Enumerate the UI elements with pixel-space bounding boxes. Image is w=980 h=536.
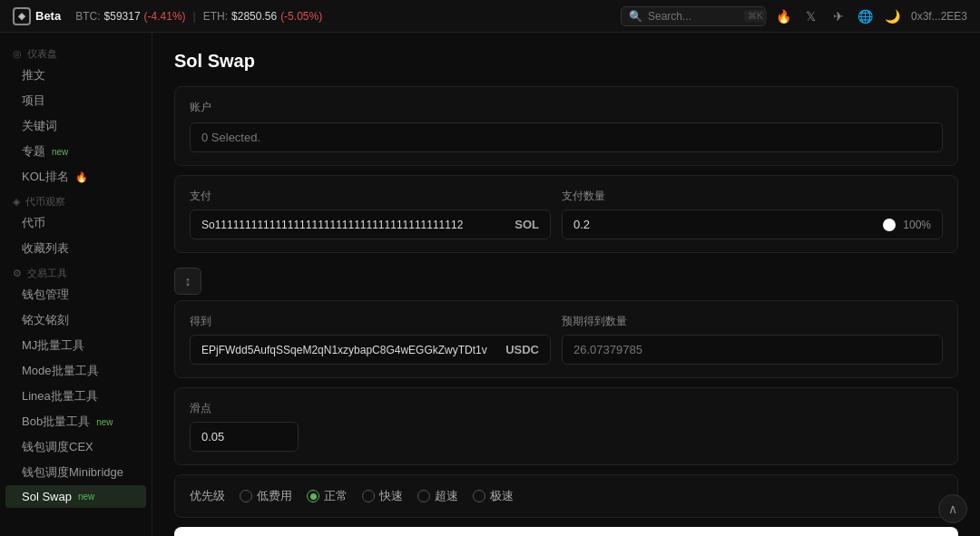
sidebar-item-wallet-mgmt[interactable]: 钱包管理 (0, 282, 152, 307)
section-tools-label: 交易工具 (27, 267, 67, 280)
search-shortcut: ⌘K (744, 10, 767, 22)
amount-input[interactable] (573, 218, 619, 231)
slider-container: 100% (626, 219, 931, 231)
receive-section: 得到 USDC (190, 314, 551, 365)
projects-label: 项目 (22, 93, 45, 109)
btc-price: BTC: $59317 (-4.41%) (75, 10, 185, 23)
tweets-label: 推文 (22, 67, 45, 83)
sidebar-section-dashboard: ◎ 仪表盘 (0, 42, 152, 63)
sidebar-item-keywords[interactable]: 关键词 (0, 113, 152, 139)
twitter-icon[interactable]: 𝕏 (802, 7, 820, 25)
tools-icon: ⚙ (13, 268, 22, 279)
receive-address-input[interactable] (201, 344, 498, 356)
priority-row: 优先级 低费用 正常 快速 超速 (190, 488, 943, 504)
sidebar-item-mode-batch[interactable]: Mode批量工具 (0, 358, 152, 384)
sidebar-item-projects[interactable]: 项目 (0, 88, 152, 113)
sol-swap-badge: new (78, 492, 94, 502)
pay-input-row: SOL (190, 210, 551, 239)
topics-badge: new (52, 147, 68, 157)
sidebar-section-tokens: ◈ 代币观察 (0, 190, 152, 210)
sidebar-item-inscription[interactable]: 铭文铭刻 (0, 307, 152, 333)
sidebar-item-token[interactable]: 代币 (0, 210, 152, 236)
theme-icon[interactable]: 🌙 (884, 7, 902, 25)
search-box[interactable]: 🔍 ⌘K (621, 6, 766, 26)
search-icon: 🔍 (629, 10, 642, 23)
expected-value-row: 26.07379785 (562, 335, 943, 365)
receive-label: 得到 (190, 314, 551, 329)
topics-label: 专题 (22, 143, 45, 160)
expected-label: 预期得到数量 (562, 314, 943, 329)
bob-badge: new (96, 417, 113, 427)
main-content: Sol Swap 账户 0 Selected. 支付 SOL 支付数量 (152, 33, 980, 536)
radio-normal (307, 490, 319, 502)
search-input[interactable] (648, 10, 739, 23)
kol-label: KOL排名 (22, 169, 69, 185)
sidebar-item-sol-swap[interactable]: Sol Swap new (5, 485, 146, 508)
logo-icon: ◈ (13, 7, 31, 25)
priority-ultra-label: 极速 (490, 488, 514, 504)
priority-fast-label: 快速 (379, 488, 403, 504)
pay-label: 支付 (190, 189, 551, 204)
amount-section: 支付数量 100% (562, 189, 943, 239)
account-row[interactable]: 0 Selected. (190, 122, 943, 152)
scroll-top-button[interactable]: ∧ (938, 494, 967, 523)
priority-option-turbo[interactable]: 超速 (417, 488, 458, 504)
receive-input-row: USDC (190, 335, 551, 365)
receive-card: 得到 USDC 预期得到数量 26.07379785 (174, 300, 958, 378)
slippage-card: 滑点 (174, 387, 958, 465)
wallet-address[interactable]: 0x3f...2EE3 (911, 10, 967, 23)
price-ticker: BTC: $59317 (-4.41%) | ETH: $2850.56 (-5… (75, 10, 322, 23)
priority-card: 优先级 低费用 正常 快速 超速 (174, 474, 958, 518)
priority-label: 优先级 (190, 488, 225, 504)
priority-option-ultra[interactable]: 极速 (473, 488, 514, 504)
swap-button[interactable]: Swap (174, 527, 958, 536)
account-card: 账户 0 Selected. (174, 86, 958, 166)
expected-section: 预期得到数量 26.07379785 (562, 314, 943, 365)
sidebar-item-topics[interactable]: 专题 new (0, 139, 152, 164)
swap-direction-button[interactable]: ↕ (174, 268, 201, 295)
page-title: Sol Swap (174, 51, 958, 72)
slippage-input[interactable] (190, 422, 299, 452)
sidebar-item-linea-batch[interactable]: Linea批量工具 (0, 384, 152, 409)
pay-section: 支付 SOL (190, 189, 551, 239)
fire-icon[interactable]: 🔥 (775, 7, 793, 25)
expected-value: 26.07379785 (573, 343, 642, 356)
tokens-icon: ◈ (13, 196, 20, 208)
slippage-label: 滑点 (190, 401, 943, 416)
radio-turbo (417, 490, 430, 502)
sidebar: ◎ 仪表盘 推文 项目 关键词 专题 new KOL排名 🔥 ◈ 代币观察 代币… (0, 33, 152, 536)
pay-address-input[interactable] (201, 219, 507, 231)
sidebar-item-kol[interactable]: KOL排名 🔥 (0, 164, 152, 190)
receive-token: USDC (505, 343, 539, 356)
logo[interactable]: ◈ Beta (13, 7, 61, 25)
sidebar-item-tweets[interactable]: 推文 (0, 63, 152, 88)
sidebar-item-minibridge[interactable]: 钱包调度Minibridge (0, 460, 152, 485)
priority-normal-label: 正常 (324, 488, 348, 504)
sidebar-item-bob-batch[interactable]: Bob批量工具 new (0, 409, 152, 434)
sidebar-item-watchlist[interactable]: 收藏列表 (0, 236, 152, 261)
radio-low (240, 490, 252, 502)
amount-slider[interactable] (626, 223, 896, 227)
radio-ultra (473, 490, 485, 502)
priority-low-label: 低费用 (257, 488, 292, 504)
sidebar-item-wallet-cex[interactable]: 钱包调度CEX (0, 434, 152, 460)
eth-price: ETH: $2850.56 (-5.05%) (203, 10, 322, 23)
percent-label: 100% (903, 219, 931, 231)
telegram-icon[interactable]: ✈ (829, 7, 848, 25)
priority-option-fast[interactable]: 快速 (362, 488, 403, 504)
topbar: ◈ Beta BTC: $59317 (-4.41%) | ETH: $2850… (0, 0, 980, 33)
pay-card: 支付 SOL 支付数量 100% (174, 175, 958, 253)
globe-icon[interactable]: 🌐 (857, 7, 875, 25)
priority-option-low[interactable]: 低费用 (240, 488, 292, 504)
topbar-right: 🔍 ⌘K 🔥 𝕏 ✈ 🌐 🌙 0x3f...2EE3 (621, 6, 967, 26)
sidebar-item-mj-batch[interactable]: MJ批量工具 (0, 333, 152, 358)
keywords-label: 关键词 (22, 118, 57, 134)
priority-turbo-label: 超速 (435, 488, 458, 504)
pay-token: SOL (514, 218, 539, 231)
amount-label: 支付数量 (562, 189, 943, 204)
swap-arrow-section: ↕ (174, 262, 958, 300)
amount-input-row: 100% (562, 210, 943, 239)
sidebar-section-tools: ⚙ 交易工具 (0, 261, 152, 282)
kol-fire-icon: 🔥 (75, 171, 88, 183)
priority-option-normal[interactable]: 正常 (307, 488, 348, 504)
